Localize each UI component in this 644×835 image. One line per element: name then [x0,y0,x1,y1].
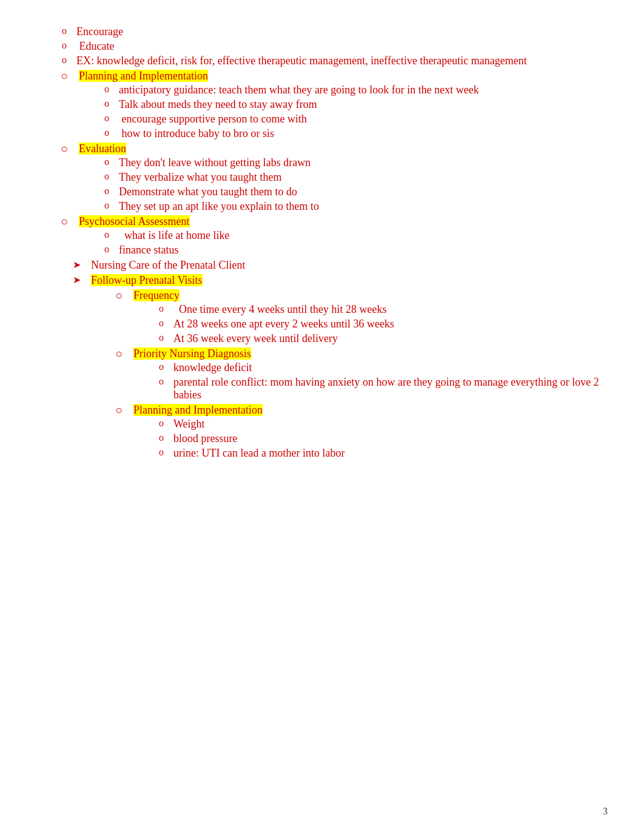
item-text: Encourage [76,25,123,38]
list-item: At 36 week every week until delivery [158,332,608,345]
item-text: encourage supportive person to come with [119,113,307,125]
item-text: They set up an apt like you explain to t… [119,200,319,212]
list-item: Encourage [61,25,608,38]
list-item: They don't leave without getting labs dr… [103,156,608,169]
psychosocial-children: what is life at home like finance status [103,229,608,257]
item-text: parental role conflict: mom having anxie… [173,376,599,401]
evaluation-label: Evaluation [79,143,126,155]
list-item: encourage supportive person to come with [103,113,608,126]
item-text: how to introduce baby to bro or sis [119,127,274,139]
list-item: They set up an apt like you explain to t… [103,200,608,213]
item-text: blood pressure [173,432,237,444]
item-text: what is life at home like [119,229,229,241]
frequency-label: Frequency [133,289,179,301]
item-text: anticipatory guidance: teach them what t… [119,84,479,96]
item-text: EX: knowledge deficit, risk for, effecti… [76,55,527,67]
item-text: finance status [119,244,178,256]
priority-nursing-children: knowledge deficit parental role conflict… [158,361,608,401]
priority-nursing-item: Priority Nursing Diagnosis knowledge def… [115,347,608,401]
evaluation-children: They don't leave without getting labs dr… [103,156,608,213]
frequency-item: Frequency One time every 4 weeks until t… [115,289,608,345]
list-item: Demonstrate what you taught them to do [103,186,608,198]
item-text: At 28 weeks one apt every 2 weeks until … [173,318,394,330]
planning-implementation-2-item: Planning and Implementation Weight blood… [115,404,608,460]
item-text: urine: UTI can lead a mother into labor [173,447,344,459]
list-item: Educate [61,40,608,53]
list-item: One time every 4 weeks until they hit 28… [158,303,608,316]
nursing-care-label: Nursing Care of the Prenatal Client [91,259,245,271]
planning-implementation-2-children: Weight blood pressure urine: UTI can lea… [158,418,608,460]
item-text: Weight [173,418,205,430]
followup-children: Frequency One time every 4 weeks until t… [115,289,608,460]
page-content: Encourage Educate EX: knowledge deficit,… [36,25,608,460]
list-item: urine: UTI can lead a mother into labor [158,447,608,460]
level1-list: Nursing Care of the Prenatal Client Foll… [73,259,608,460]
list-item: They verbalize what you taught them [103,171,608,184]
item-text: Talk about meds they need to stay away f… [119,98,317,110]
item-text: One time every 4 weeks until they hit 28… [173,303,386,315]
item-text: They don't leave without getting labs dr… [119,156,310,169]
psychosocial-item: Psychosocial Assessment what is life at … [61,215,608,257]
list-item: EX: knowledge deficit, risk for, effecti… [61,55,608,67]
planning-implementation-2-label: Planning and Implementation [133,404,263,416]
frequency-children: One time every 4 weeks until they hit 28… [158,303,608,345]
item-text: Educate [76,40,114,52]
list-item: blood pressure [158,432,608,445]
nursing-care-item: Nursing Care of the Prenatal Client [73,259,608,272]
followup-item: Follow-up Prenatal Visits Frequency One … [73,274,608,460]
list-item: what is life at home like [103,229,608,242]
priority-nursing-label: Priority Nursing Diagnosis [133,347,251,360]
initial-level3-list: Encourage Educate EX: knowledge deficit,… [61,25,608,67]
list-item: how to introduce baby to bro or sis [103,127,608,140]
planning-implementation-label: Planning and Implementation [79,70,208,82]
item-text: Demonstrate what you taught them to do [119,186,297,198]
item-text: At 36 week every week until delivery [173,332,338,344]
list-item: At 28 weeks one apt every 2 weeks until … [158,318,608,330]
list-item: parental role conflict: mom having anxie… [158,376,608,401]
planning-implementation-children: anticipatory guidance: teach them what t… [103,84,608,140]
list-item: anticipatory guidance: teach them what t… [103,84,608,96]
list-item: finance status [103,244,608,257]
planning-implementation-item: Planning and Implementation anticipatory… [61,70,608,140]
list-item: Talk about meds they need to stay away f… [103,98,608,111]
evaluation-item: Evaluation They don't leave without gett… [61,143,608,213]
followup-label: Follow-up Prenatal Visits [91,274,203,286]
page-number: 3 [603,806,608,817]
item-text: knowledge deficit [173,361,252,374]
level2-first-block: Planning and Implementation anticipatory… [61,70,608,257]
list-item: Weight [158,418,608,431]
psychosocial-label: Psychosocial Assessment [79,215,190,227]
list-item: knowledge deficit [158,361,608,374]
item-text: They verbalize what you taught them [119,171,281,183]
